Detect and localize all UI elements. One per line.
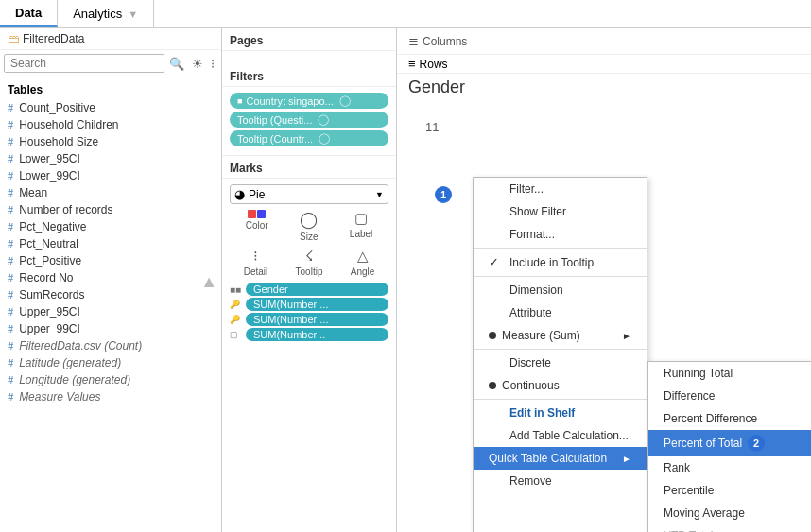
scroll-up-icon[interactable]: ▲ bbox=[200, 272, 217, 292]
filter-tooltip2-close[interactable]: ◯ bbox=[319, 132, 330, 145]
ctx-filter[interactable]: Filter... bbox=[474, 178, 647, 200]
ctx-sep-4 bbox=[474, 399, 647, 400]
pill-label-icon: ▢ bbox=[230, 330, 243, 339]
table-item[interactable]: #Lower_99CI bbox=[0, 167, 221, 184]
table-item[interactable]: #Mean bbox=[0, 184, 221, 201]
table-item[interactable]: #Count_Positive bbox=[0, 99, 221, 116]
size-mark-btn[interactable]: ◯ Size bbox=[300, 210, 318, 242]
right-panel: ≣ Columns ≡ Rows Gender 11 1 Filter... bbox=[397, 28, 811, 532]
sub-rank[interactable]: Rank bbox=[648, 456, 811, 479]
table-item[interactable]: #Upper_99CI bbox=[0, 320, 221, 337]
filters-label: Filters bbox=[222, 64, 396, 87]
table-item[interactable]: #Number of records bbox=[0, 201, 221, 218]
chart-area: 11 1 Filter... Show Filter bbox=[397, 101, 811, 532]
table-item[interactable]: #Household Size bbox=[0, 133, 221, 150]
context-menu-container: Filter... Show Filter Format... ✓ Includ… bbox=[473, 177, 811, 532]
table-item[interactable]: #Measure Values bbox=[0, 388, 221, 405]
hash-icon: # bbox=[8, 204, 13, 215]
table-item[interactable]: #Longitude (generated) bbox=[0, 371, 221, 388]
table-item[interactable]: #Lower_95CI bbox=[0, 150, 221, 167]
filter-tooltip1-close[interactable]: ◯ bbox=[318, 113, 329, 126]
color-icon bbox=[248, 210, 266, 218]
table-item[interactable]: #SumRecords bbox=[0, 286, 221, 303]
hash-icon: # bbox=[8, 374, 13, 386]
tooltip-icon: ☇ bbox=[305, 248, 314, 265]
tab-analytics-icon: ▼ bbox=[128, 9, 138, 20]
search-button[interactable]: 🔍 bbox=[166, 55, 187, 73]
sub-percentile[interactable]: Percentile bbox=[648, 479, 811, 502]
table-item[interactable]: #Household Children bbox=[0, 116, 221, 133]
hash-icon: # bbox=[8, 238, 13, 249]
sub-ytd-total: YTD Total bbox=[648, 524, 811, 532]
table-item[interactable]: #FilteredData.csv (Count) bbox=[0, 337, 221, 354]
gender-pill[interactable]: Gender bbox=[246, 283, 388, 296]
ctx-quick-table-calc[interactable]: Quick Table Calculation ► bbox=[474, 447, 647, 470]
filtered-data-label: FilteredData bbox=[23, 32, 84, 45]
rows-bars-icon: ≡ bbox=[408, 57, 416, 71]
ctx-show-filter[interactable]: Show Filter bbox=[474, 200, 647, 223]
ctx-attribute[interactable]: Attribute bbox=[474, 301, 647, 324]
tables-list: ▲ #Count_Positive#Household Children#Hou… bbox=[0, 99, 221, 532]
tab-analytics[interactable]: Analytics ▼ bbox=[58, 0, 154, 27]
sub-percent-difference[interactable]: Percent Difference bbox=[648, 407, 811, 430]
table-item[interactable]: #Pct_Neutral bbox=[0, 235, 221, 252]
ctx-include-tooltip[interactable]: ✓ Include in Tooltip bbox=[474, 250, 647, 274]
sum1-pill[interactable]: SUM(Number ... bbox=[246, 298, 388, 311]
label-icon: ▢ bbox=[354, 210, 368, 227]
sub-moving-average[interactable]: Moving Average bbox=[648, 502, 811, 524]
grid-icon-btn[interactable]: ⁝ bbox=[208, 55, 217, 73]
label-mark-btn[interactable]: ▢ Label bbox=[350, 210, 372, 242]
ctx-dot-1 bbox=[489, 332, 496, 339]
tab-data[interactable]: Data bbox=[0, 0, 58, 27]
filter-chip-tooltip2[interactable]: Tooltip (Countr... ◯ bbox=[230, 130, 388, 146]
table-item[interactable]: #Upper_95CI bbox=[0, 303, 221, 320]
detail-mark-btn[interactable]: ⁝ Detail bbox=[244, 248, 268, 277]
ctx-discrete[interactable]: Discrete bbox=[474, 352, 647, 374]
tab-analytics-label: Analytics bbox=[73, 7, 122, 21]
ctx-remove[interactable]: Remove bbox=[474, 470, 647, 492]
filter-chip-tooltip1[interactable]: Tooltip (Questi... ◯ bbox=[230, 112, 388, 128]
submenu: Running Total Difference Percent Differe… bbox=[647, 361, 811, 532]
hash-icon: # bbox=[8, 357, 13, 369]
table-item[interactable]: #Pct_Positive bbox=[0, 252, 221, 269]
color-mark-btn[interactable]: Color bbox=[246, 210, 268, 242]
pill-row-sum3: ▢ SUM(Number .. bbox=[230, 328, 388, 341]
filter-country-close[interactable]: ◯ bbox=[339, 94, 351, 107]
sub-percent-total[interactable]: Percent of Total 2 bbox=[648, 430, 811, 456]
db-icon: 🗃 bbox=[8, 32, 19, 45]
filter-icon-btn[interactable]: ☀ bbox=[189, 55, 206, 73]
filtered-data-row[interactable]: 🗃 FilteredData bbox=[0, 28, 221, 50]
ctx-dimension[interactable]: Dimension bbox=[474, 279, 647, 301]
hash-icon: # bbox=[8, 170, 13, 181]
search-row: 🔍 ☀ ⁝ bbox=[0, 50, 221, 77]
filter-chip-country[interactable]: ■ Country: singapo... ◯ bbox=[230, 93, 388, 109]
table-item[interactable]: #Pct_Negative bbox=[0, 218, 221, 235]
ctx-format[interactable]: Format... bbox=[474, 223, 647, 246]
chart-number: 11 bbox=[425, 120, 439, 134]
table-item[interactable]: #Latitude (generated) bbox=[0, 354, 221, 371]
ctx-measure-sum[interactable]: Measure (Sum) ► bbox=[474, 324, 647, 347]
sub-running-total[interactable]: Running Total bbox=[648, 362, 811, 385]
sum2-pill[interactable]: SUM(Number ... bbox=[246, 313, 388, 326]
ctx-sep-1 bbox=[474, 248, 647, 249]
marks-type-dropdown[interactable]: ◕ Pie ▼ bbox=[230, 184, 388, 204]
filters-area: ■ Country: singapo... ◯ Tooltip (Questi.… bbox=[222, 87, 396, 156]
angle-label: Angle bbox=[351, 266, 375, 277]
ctx-continuous[interactable]: Continuous bbox=[474, 374, 647, 397]
table-item[interactable]: #Record No bbox=[0, 269, 221, 286]
gender-title: Gender bbox=[397, 74, 811, 101]
hash-icon: # bbox=[8, 187, 13, 198]
marks-label: Marks bbox=[222, 156, 396, 179]
tooltip-mark-btn[interactable]: ☇ Tooltip bbox=[296, 248, 323, 277]
pill-key-icon-2: 🔑 bbox=[230, 315, 243, 324]
ctx-add-table-calc[interactable]: Add Table Calculation... bbox=[474, 424, 647, 447]
ctx-sep-3 bbox=[474, 349, 647, 350]
pill-key-icon-1: 🔑 bbox=[230, 300, 243, 309]
hash-icon: # bbox=[8, 119, 13, 130]
sum3-pill[interactable]: SUM(Number .. bbox=[246, 328, 388, 341]
ctx-edit-shelf[interactable]: Edit in Shelf bbox=[474, 402, 647, 424]
hash-icon: # bbox=[8, 153, 13, 164]
angle-mark-btn[interactable]: △ Angle bbox=[351, 248, 375, 277]
search-input[interactable] bbox=[4, 54, 164, 73]
sub-difference[interactable]: Difference bbox=[648, 385, 811, 407]
